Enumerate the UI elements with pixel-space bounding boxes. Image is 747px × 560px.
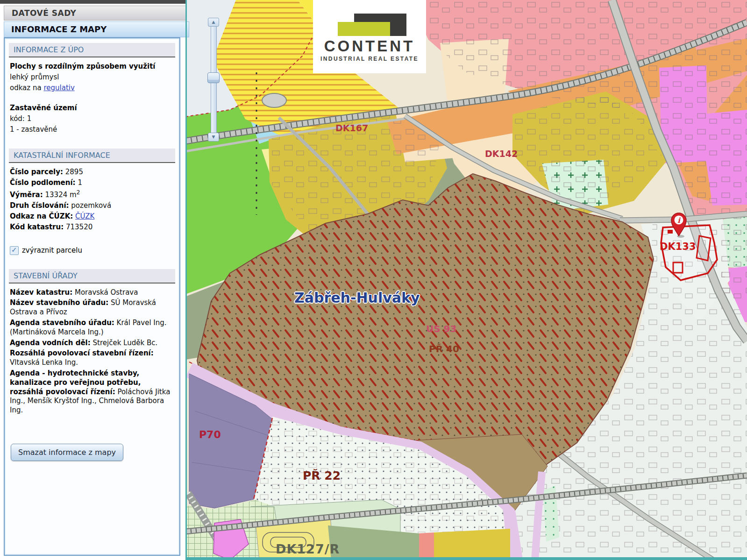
content-logo: CONTENT INDUSTRIAL REAL ESTATE bbox=[313, 0, 426, 73]
datasets-header[interactable]: DATOVÉ SADY bbox=[4, 6, 187, 21]
cuzk-link[interactable]: ČÚZK bbox=[75, 212, 94, 220]
map-left-border bbox=[185, 0, 187, 560]
map-label-p70: P70 bbox=[199, 429, 221, 440]
zoom-slider-handle[interactable] bbox=[207, 72, 220, 83]
top-strip bbox=[0, 0, 185, 4]
map-bottom-border bbox=[185, 557, 747, 560]
cadastre-row: Číslo parcely: 2895 bbox=[10, 168, 174, 177]
cadastre-row: Odkaz na ČÚZK: ČÚZK bbox=[10, 212, 174, 221]
map-label-dk133: DK133 bbox=[660, 241, 696, 252]
checkbox-checked-icon[interactable] bbox=[10, 246, 19, 255]
logo-lime-block bbox=[338, 22, 390, 36]
map-info-header[interactable]: INFORMACE Z MAPY bbox=[4, 21, 189, 37]
map-label-dk167: DK167 bbox=[335, 123, 368, 133]
zoom-out-button[interactable]: ▼ bbox=[208, 133, 219, 142]
authority-row: Agenda vodních děl: Strejček Luděk Bc. bbox=[10, 339, 174, 348]
authority-row: Rozsáhlá povolovací stavební řízení: Vlt… bbox=[10, 349, 174, 368]
zoning-map-canvas: i bbox=[185, 0, 747, 560]
regulativ-link[interactable]: regulativ bbox=[43, 84, 74, 92]
land-use-heading: Plochy s rozdílným způsobem využití bbox=[10, 62, 155, 71]
checkbox-label: zvýraznit parcelu bbox=[22, 246, 82, 255]
logo-wordmark: CONTENT bbox=[313, 37, 426, 55]
section-title-upo: INFORMACE Z ÚPO bbox=[9, 43, 175, 57]
regulativ-line: odkaz na regulativ bbox=[10, 84, 174, 93]
built-code-value: 1 - zastavěné bbox=[10, 125, 174, 135]
cadastre-row: Kód katastru: 713520 bbox=[10, 223, 174, 232]
authority-row: Název stavebního úřadu: SÚ Moravská Ostr… bbox=[10, 298, 174, 317]
authority-row: Agenda - hydrotechnické stavby, kanaliza… bbox=[10, 369, 174, 415]
cadastre-row: Výměra: 13324 m2 bbox=[10, 189, 174, 200]
land-use-value: lehký průmysl bbox=[10, 73, 174, 82]
section-title-cadastre: KATASTRÁLNÍ INFORMACE bbox=[9, 149, 175, 163]
built-code-line: kód: 1 bbox=[10, 114, 174, 124]
zoom-in-button[interactable]: ▲ bbox=[208, 18, 219, 27]
map-label-district: Zábřeh-Hulváky bbox=[294, 290, 420, 306]
map-label-pr22: PŘ 22 bbox=[303, 469, 341, 482]
clear-map-info-button[interactable]: Smazat informace z mapy bbox=[11, 444, 123, 461]
highlight-parcel-row: zvýraznit parcelu bbox=[10, 246, 174, 255]
map-label-us93: US 93 bbox=[426, 323, 456, 334]
map-info-panel: INFORMACE Z ÚPO Plochy s rozdílným způso… bbox=[4, 37, 180, 556]
map-viewport[interactable]: i Zábřeh-Hulváky US 93 PŘ 40 DK167 DK142… bbox=[185, 0, 747, 560]
built-area-heading: Zastavěné území bbox=[10, 104, 77, 112]
cadastre-row: Druh číslování: pozemková bbox=[10, 201, 174, 211]
cadastre-row: Číslo podlomení: 1 bbox=[10, 178, 174, 188]
map-label-dk127: DK127/R bbox=[276, 542, 340, 556]
section-title-authorities: STAVEBNÍ ÚŘADY bbox=[9, 269, 175, 284]
authority-row: Agenda stavebního úřadu: Král Pavel Ing.… bbox=[10, 319, 174, 337]
map-label-pr40: PŘ 40 bbox=[429, 343, 459, 354]
app-window: i Zábřeh-Hulváky US 93 PŘ 40 DK167 DK142… bbox=[0, 0, 747, 560]
map-label-dk142: DK142 bbox=[485, 149, 518, 159]
logo-tagline: INDUSTRIAL REAL ESTATE bbox=[313, 56, 426, 62]
authority-row: Název katastru: Moravská Ostrava bbox=[10, 288, 174, 298]
